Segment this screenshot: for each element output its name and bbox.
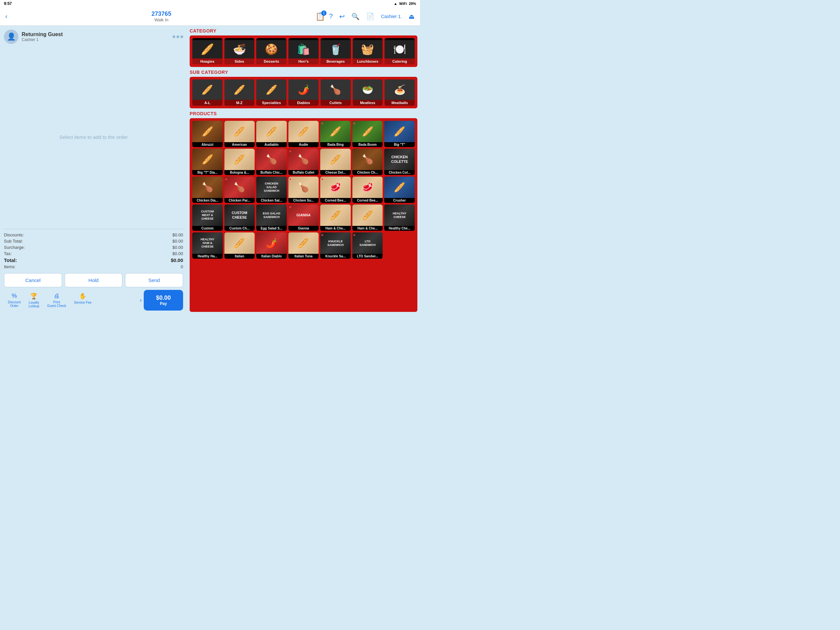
product-buffalo-cutlet[interactable]: * 🍗 Buffalo Cutlet	[289, 149, 319, 175]
order-info: 273765 Walk In	[11, 11, 311, 22]
subcat-meatballs[interactable]: 🍝 Meatballs	[385, 79, 415, 106]
expand-button[interactable]: ›	[138, 297, 144, 304]
product-lto-sandwi-label: LTO Sandwi...	[352, 254, 383, 259]
subcat-a-l[interactable]: 🥖 A-L	[192, 79, 223, 106]
product-audiablo[interactable]: 🥖 Audiablo	[256, 121, 287, 147]
category-beverages[interactable]: 🥤 Beverages	[321, 38, 351, 64]
product-ham-che1-label: Ham & Che...	[320, 226, 351, 231]
send-button[interactable]: Send	[125, 273, 183, 287]
product-lto-sandwi-text: LTOSANDWICH	[358, 233, 377, 254]
subcategory-section-label: SUB CATEGORY	[189, 70, 417, 75]
product-egg-salad-text: EGG SALADSANDWICH	[262, 204, 282, 226]
product-ham-che1[interactable]: 🥖 Ham & Che...	[320, 204, 351, 231]
cancel-button[interactable]: Cancel	[4, 273, 62, 287]
product-crusher-label: Crusher	[384, 198, 415, 203]
tax-row: Tax: $0.00	[4, 250, 183, 257]
signal-icon: ▲	[394, 2, 397, 6]
product-chicken-dia-image: 🍗	[192, 177, 223, 198]
product-crusher[interactable]: 🥖 Crusher	[384, 177, 415, 203]
product-chicken-col[interactable]: CHICKENCOLETTE Chicken Col...	[384, 149, 415, 175]
undo-button[interactable]: ↩	[339, 13, 345, 21]
product-healthy-che[interactable]: HEALTHYCHEESE Healthy Che...	[384, 204, 415, 231]
product-lto-sandwi[interactable]: * LTOSANDWICH LTO Sandwi...	[352, 233, 383, 259]
product-healthy-che-label: Healthy Che...	[384, 226, 415, 231]
help-button[interactable]: ?	[329, 13, 333, 20]
battery-icon: 29%	[409, 2, 416, 6]
product-italian-tuna[interactable]: 🥖 Italian Tuna	[289, 233, 319, 259]
product-bada-bing[interactable]: * 🥖 Bada Bing	[320, 121, 351, 147]
product-corned-bee1[interactable]: * 🥩 Corned Bee...	[320, 177, 351, 203]
product-ham-che2[interactable]: 🥖 Ham & Che...	[352, 204, 383, 231]
product-chicken-sal-text: CHICKENSALADSANDWCH	[262, 177, 281, 198]
subcat-cutlets[interactable]: 🍗 Cutlets	[321, 79, 351, 106]
product-healthy-ha[interactable]: HEALTHYHAM &CHEESE Healthy Ha...	[192, 233, 223, 259]
product-chicken-sal[interactable]: CHICKENSALADSANDWCH Chicken Sal...	[256, 177, 287, 203]
total-value: $0.00	[171, 257, 183, 263]
subcat-meatballs-label: Meatballs	[385, 100, 415, 106]
product-knuckle-sa[interactable]: * KNUCKLESANDWICH Knuckle Sa...	[320, 233, 351, 259]
clipboard-button[interactable]: 📄	[366, 13, 374, 21]
hold-button[interactable]: Hold	[65, 273, 123, 287]
product-buffalo-cutlet-label: Buffalo Cutlet	[289, 170, 319, 175]
category-grid: 🥖 Hoagies 🍜 Sides 🍪 Desserts	[192, 38, 415, 64]
product-custom[interactable]: CUSTOMMEAT &CHEESE Custom	[192, 204, 223, 231]
subcat-m-z[interactable]: 🥖 M-Z	[224, 79, 255, 106]
product-big-t-dia[interactable]: 🥖 Big "T" Dia...	[192, 149, 223, 175]
product-bologna[interactable]: 🥖 Bologna &...	[224, 149, 255, 175]
product-egg-salad[interactable]: EGG SALADSANDWICH Egg Salad S...	[256, 204, 287, 231]
category-hoagies[interactable]: 🥖 Hoagies	[192, 38, 223, 64]
product-ham-che1-image: 🥖	[320, 204, 351, 226]
product-gianna-label: Gianna	[289, 226, 319, 231]
product-italian-diablo[interactable]: 🌶️ Italian Diablo	[256, 233, 287, 259]
product-corned-bee2[interactable]: 🥩 Corned Bee...	[352, 177, 383, 203]
product-big-t[interactable]: 🥖 Big "T"	[384, 121, 415, 147]
category-lunchboxes[interactable]: 🧺 Lunchboxes	[353, 38, 383, 64]
category-desserts[interactable]: 🍪 Desserts	[256, 38, 286, 64]
product-cheese-del[interactable]: 🥖 Cheese Del...	[320, 149, 351, 175]
product-big-t-dia-image: 🥖	[192, 149, 223, 170]
category-sides-image: 🍜	[224, 40, 255, 59]
badge-count: 1	[321, 11, 327, 16]
category-beverages-image: 🥤	[321, 40, 351, 59]
subcat-diablos[interactable]: 🌶️ Diablos	[289, 79, 319, 106]
search-button[interactable]: 🔍	[351, 13, 360, 21]
product-buffalo-chic[interactable]: 🍗 Buffalo Chic...	[256, 149, 287, 175]
discount-order-button[interactable]: % DiscountOrder	[4, 291, 25, 310]
dots-menu[interactable]	[172, 35, 183, 38]
category-sides[interactable]: 🍜 Sides	[224, 38, 255, 64]
logout-button[interactable]: ⏏	[409, 13, 415, 21]
product-chicken-dia[interactable]: 🍗 Chicken Dia...	[192, 177, 223, 203]
product-chicken-par[interactable]: * 🍗 Chicken Par...	[224, 177, 255, 203]
subtotal-label: Sub Total:	[4, 239, 23, 244]
service-fee-button[interactable]: ✋ Service Fee	[70, 291, 95, 310]
loyalty-lookup-button[interactable]: 🏆 LoyaltyLookup	[25, 291, 43, 310]
product-gianna[interactable]: * GIANNA Gianna	[289, 204, 319, 231]
category-catering[interactable]: 🍽️ Catering	[385, 38, 415, 64]
order-number: 273765	[11, 11, 311, 17]
subcat-meatless[interactable]: 🥗 Meatless	[353, 79, 383, 106]
product-chicken-ch[interactable]: 🍗 Chicken Ch...	[352, 149, 383, 175]
product-audie[interactable]: 🥖 Audie	[289, 121, 319, 147]
print-guest-check-button[interactable]: 🖨 PrintGuest Check	[43, 291, 70, 310]
order-placeholder: Select items to add to the order	[4, 48, 183, 226]
pay-button[interactable]: $0.00 Pay	[144, 290, 183, 310]
product-crusher-image: 🥖	[384, 177, 415, 198]
product-corned-bee1-image: * 🥩	[320, 177, 351, 198]
category-hoagies-image: 🥖	[192, 40, 223, 59]
req-dot: *	[321, 122, 323, 127]
category-herrs[interactable]: 🛍️ Herr's	[289, 38, 319, 64]
back-button[interactable]: ‹	[5, 13, 8, 20]
category-catering-label: Catering	[385, 59, 415, 64]
req-dot: *	[354, 233, 355, 238]
product-italian[interactable]: 🥖 Italian	[224, 233, 255, 259]
product-italian-tuna-image: 🥖	[289, 233, 319, 254]
product-custom-ch[interactable]: CUSTOMCHEESE Custom Ch...	[224, 204, 255, 231]
product-abruzzi[interactable]: 🥖 Abruzzi	[192, 121, 223, 147]
product-bada-boom[interactable]: * 🥖 Bada Boom	[352, 121, 383, 147]
subcat-specialties[interactable]: 🥖 Specialties	[256, 79, 286, 106]
order-badge[interactable]: 📋 1	[315, 12, 325, 21]
product-chicken-su[interactable]: * 🍗 Chicken Su...	[289, 177, 319, 203]
product-american[interactable]: 🥖 American	[224, 121, 255, 147]
product-healthy-che-image: HEALTHYCHEESE	[384, 204, 415, 226]
product-audie-image: 🥖	[289, 121, 319, 142]
